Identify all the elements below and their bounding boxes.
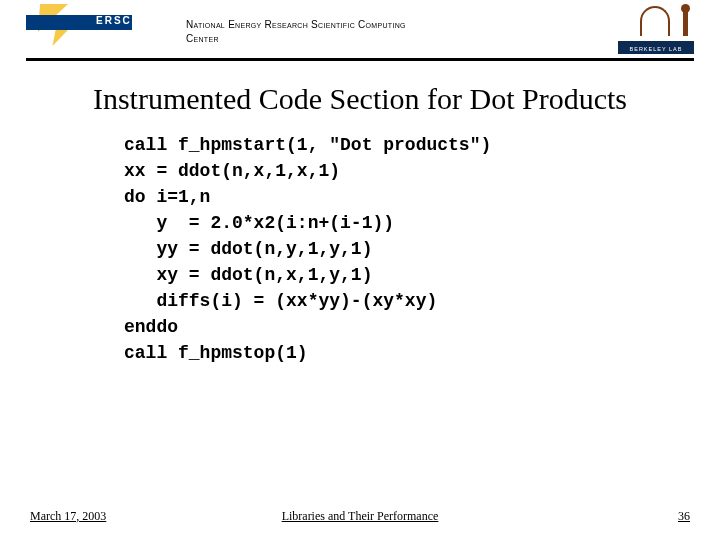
code-line: y = 2.0*x2(i:n+(i-1)) xyxy=(124,213,394,233)
footer: March 17, 2003 Libraries and Their Perfo… xyxy=(0,504,720,524)
berkeley-lab-logo: BERKELEY LAB xyxy=(618,6,694,54)
code-line: diffs(i) = (xx*yy)-(xy*xy) xyxy=(124,291,437,311)
slide-title: Instrumented Code Section for Dot Produc… xyxy=(0,82,720,116)
center-line-2: Center xyxy=(186,33,219,44)
arch-icon xyxy=(640,6,670,36)
lab-label: BERKELEY LAB xyxy=(618,44,694,54)
nersc-acronym: ERSC xyxy=(96,15,132,26)
code-line: xy = ddot(n,x,1,y,1) xyxy=(124,265,372,285)
header: ERSC National Energy Research Scientific… xyxy=(0,0,720,64)
code-line: enddo xyxy=(124,317,178,337)
code-line: xx = ddot(n,x,1,x,1) xyxy=(124,161,340,181)
code-line: yy = ddot(n,y,1,y,1) xyxy=(124,239,372,259)
code-line: call f_hpmstart(1, "Dot products") xyxy=(124,135,491,155)
slide: ERSC National Energy Research Scientific… xyxy=(0,0,720,540)
footer-page-number: 36 xyxy=(678,509,690,524)
center-line-1: National Energy Research Scientific Comp… xyxy=(186,19,406,30)
tower-knob-icon xyxy=(681,4,690,13)
nersc-logo: ERSC xyxy=(26,8,132,48)
code-line: do i=1,n xyxy=(124,187,210,207)
center-title: National Energy Research Scientific Comp… xyxy=(186,18,516,46)
code-block: call f_hpmstart(1, "Dot products") xx = … xyxy=(124,132,491,366)
footer-title: Libraries and Their Performance xyxy=(0,509,720,524)
header-rule xyxy=(26,58,694,61)
code-line: call f_hpmstop(1) xyxy=(124,343,308,363)
